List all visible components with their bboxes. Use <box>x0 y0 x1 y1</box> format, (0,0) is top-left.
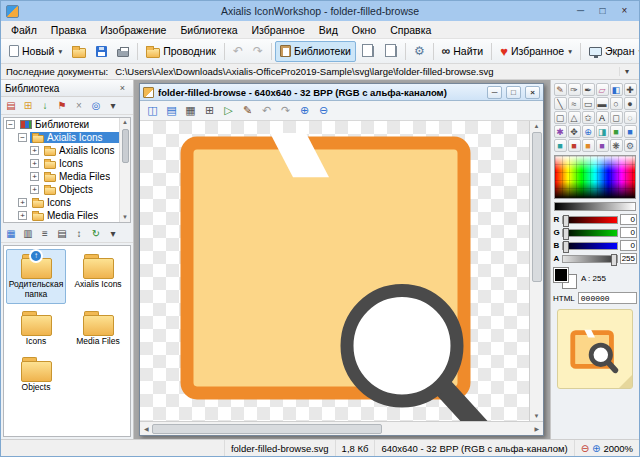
document-maximize-button[interactable]: □ <box>506 86 521 99</box>
minimize-button[interactable]: ─ <box>571 4 590 18</box>
airbrush-tool[interactable]: ✒ <box>582 83 595 96</box>
line-tool[interactable]: ╲ <box>554 97 567 110</box>
swatch-red-button[interactable]: ■ <box>568 139 581 152</box>
menu-item-file[interactable]: Файл <box>4 23 44 37</box>
tree-expander[interactable]: + <box>18 211 27 220</box>
small-icons-button[interactable]: ▥ <box>20 226 36 241</box>
document-titlebar[interactable]: folder-filled-browse - 640x640 - 32 BPP … <box>140 84 543 101</box>
delete-button[interactable]: × <box>71 98 87 113</box>
zoom-out-icon[interactable]: ⊖ <box>581 443 589 454</box>
details-view-button[interactable]: ▤ <box>54 226 70 241</box>
alpha-value-field[interactable]: 255 <box>620 253 637 264</box>
print-button[interactable] <box>112 41 134 62</box>
doc-print-button[interactable]: ▦ <box>182 103 199 119</box>
grayscale-strip[interactable] <box>554 202 636 211</box>
zoom-in-icon[interactable]: ⊕ <box>592 443 600 454</box>
document-minimize-button[interactable]: ─ <box>487 86 502 99</box>
tree-scrollbar[interactable]: ▲ ▼ <box>119 118 130 222</box>
folder-item-icons[interactable]: Icons <box>6 306 66 351</box>
rectangle-tool[interactable]: ▭ <box>582 97 595 110</box>
blue-value-field[interactable]: 0 <box>620 240 637 251</box>
folder-item-objects[interactable]: Objects <box>6 352 66 397</box>
tree-expander[interactable]: − <box>18 133 27 142</box>
tree-item-media-files-sub[interactable]: + Media Files <box>4 170 130 183</box>
doc-test-button[interactable]: ▷ <box>220 103 237 119</box>
brush-tool[interactable]: ✑ <box>568 83 581 96</box>
swatch-teal-button[interactable]: ■ <box>554 139 567 152</box>
ellipse-tool[interactable]: ○ <box>610 97 623 110</box>
star-tool[interactable]: ✩ <box>582 111 595 124</box>
move-tool[interactable]: ✥ <box>568 125 581 138</box>
tree-expander[interactable]: + <box>30 185 39 194</box>
doc-save-button[interactable]: ◫ <box>144 103 161 119</box>
eraser-tool[interactable]: ▱ <box>596 83 609 96</box>
drawing-canvas[interactable] <box>140 121 529 421</box>
folder-item-axialis-icons[interactable]: Axialis Icons <box>68 249 128 304</box>
maximize-button[interactable]: □ <box>593 4 612 18</box>
polygon-tool[interactable]: △ <box>568 111 581 124</box>
doc-zoom-in-button[interactable]: ⊕ <box>296 103 313 119</box>
zoom-level[interactable]: 2000% <box>603 443 633 454</box>
doc-grid-button[interactable]: ⊞ <box>201 103 218 119</box>
green-value-field[interactable]: 0 <box>620 227 637 238</box>
tree-item-axialis-icons[interactable]: − Axialis Icons <box>4 131 130 144</box>
scrollbar-thumb[interactable] <box>532 132 542 282</box>
green-slider[interactable] <box>562 229 618 237</box>
tree-item-axialis-icons-sub[interactable]: + Axialis Icons <box>4 144 130 157</box>
curve-tool[interactable]: ≈ <box>568 97 581 110</box>
magic-wand-tool[interactable]: ✱ <box>554 125 567 138</box>
menu-item-favorites[interactable]: Избранное <box>245 23 312 37</box>
swatch-orange-button[interactable]: ■ <box>582 139 595 152</box>
flag-button[interactable]: ⚑ <box>54 98 70 113</box>
scroll-left-icon[interactable]: ◀ <box>142 423 151 434</box>
tree-expander[interactable]: + <box>30 146 39 155</box>
tree-expander[interactable]: − <box>6 120 15 129</box>
more-button[interactable]: ▾ <box>105 98 121 113</box>
swatch-purple-button[interactable]: ■ <box>596 139 609 152</box>
menu-item-library[interactable]: Библиотека <box>173 23 244 37</box>
paste-button[interactable] <box>379 41 402 62</box>
blue-slider[interactable] <box>562 242 618 250</box>
scroll-up-icon[interactable]: ▲ <box>122 118 128 127</box>
settings-button[interactable]: ⚙ <box>409 41 430 62</box>
menu-item-edit[interactable]: Правка <box>44 23 93 37</box>
gradient-tool[interactable]: ◨ <box>596 125 609 138</box>
blur-tool[interactable]: ❋ <box>610 139 623 152</box>
filled-rectangle-tool[interactable]: ▬ <box>596 97 609 110</box>
swatch-blue-button[interactable]: ■ <box>624 125 637 138</box>
large-icons-button[interactable]: ▦ <box>3 226 19 241</box>
list-view-button[interactable]: ≡ <box>37 226 53 241</box>
vertical-scrollbar[interactable]: ▲ ▼ <box>529 121 543 421</box>
copy-button[interactable] <box>356 41 379 62</box>
scroll-down-icon[interactable]: ▼ <box>532 411 542 421</box>
tree-item-icons[interactable]: + Icons <box>4 196 130 209</box>
alpha-slider[interactable] <box>562 255 618 263</box>
fill-tool[interactable]: ◧ <box>610 83 623 96</box>
import-button[interactable]: ↓ <box>37 98 53 113</box>
redo-button[interactable]: ↷ <box>248 41 268 62</box>
new-folder-button[interactable]: ⊞ <box>20 98 36 113</box>
color-palette[interactable] <box>554 155 636 199</box>
sort-button[interactable]: ↕ <box>71 226 87 241</box>
document-close-button[interactable]: × <box>525 86 540 99</box>
tree-expander[interactable]: + <box>30 172 39 181</box>
search-button[interactable]: ◎ <box>88 98 104 113</box>
doc-undo-button[interactable]: ↶ <box>258 103 275 119</box>
undo-button[interactable]: ↶ <box>228 41 248 62</box>
save-button[interactable] <box>91 41 112 62</box>
pencil-tool[interactable]: ✎ <box>554 83 567 96</box>
menu-item-window[interactable]: Окно <box>345 23 383 37</box>
tree-expander[interactable]: + <box>30 159 39 168</box>
doc-draw-button[interactable]: ✎ <box>239 103 256 119</box>
color-picker-tool[interactable]: ✚ <box>624 83 637 96</box>
filled-ellipse-tool[interactable]: ● <box>624 97 637 110</box>
text-tool[interactable]: A <box>596 111 609 124</box>
close-button[interactable]: × <box>615 4 634 18</box>
libraries-button[interactable]: Библиотеки <box>275 41 356 62</box>
open-button[interactable] <box>67 41 91 62</box>
select-rectangle-tool[interactable]: ◻ <box>610 111 623 124</box>
swatch-green-button[interactable]: ■ <box>610 125 623 138</box>
recent-dropdown-button[interactable]: ▾ <box>619 67 634 76</box>
refresh-button[interactable]: ↻ <box>88 226 104 241</box>
doc-zoom-out-button[interactable]: ⊖ <box>315 103 332 119</box>
